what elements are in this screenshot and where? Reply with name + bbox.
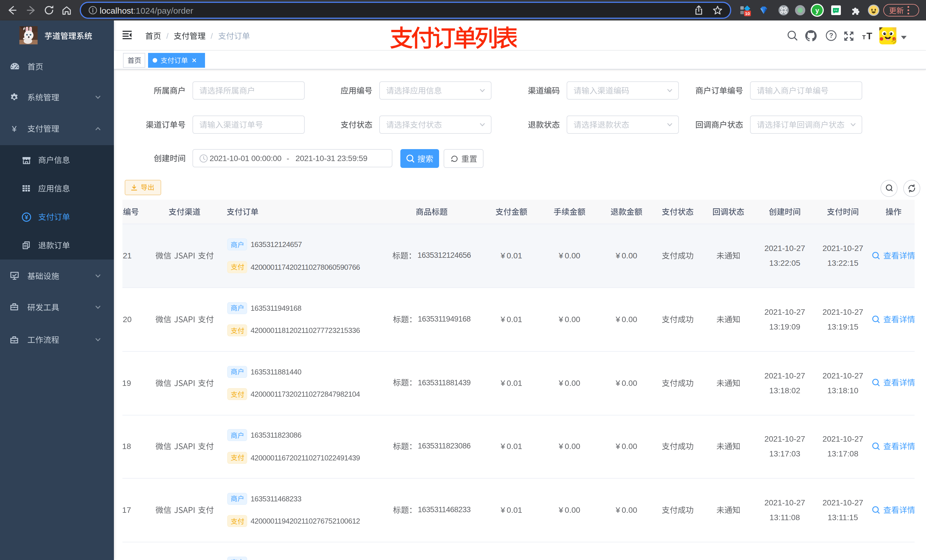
svg-text:10: 10	[745, 11, 750, 16]
svg-text:y: y	[815, 6, 819, 14]
svg-text:T: T	[867, 31, 872, 41]
svg-text:¥: ¥	[25, 214, 28, 220]
svg-text:¥: ¥	[12, 124, 17, 133]
svg-text:T: T	[862, 34, 865, 41]
svg-text:?: ?	[829, 32, 833, 39]
